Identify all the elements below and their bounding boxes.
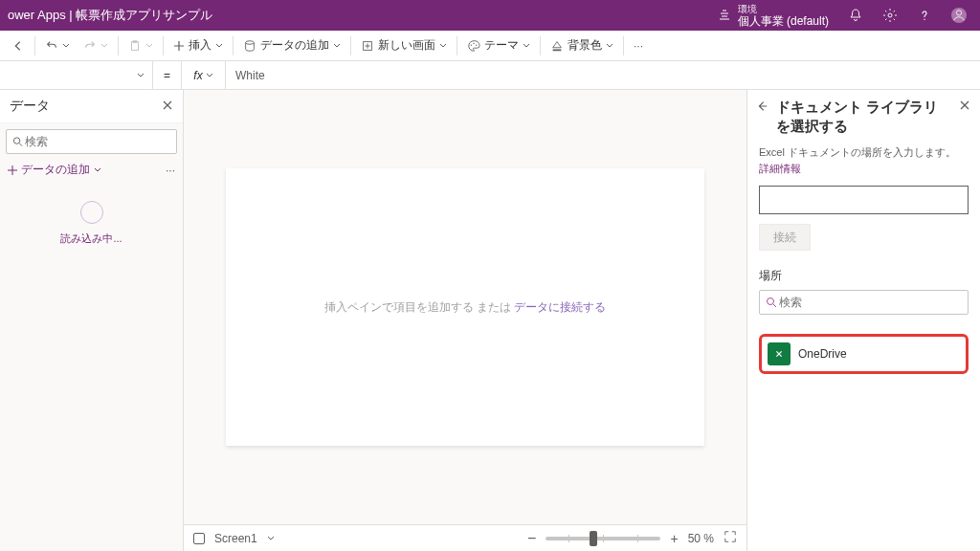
- background-color-label: 背景色: [568, 37, 602, 54]
- onedrive-item[interactable]: OneDrive: [759, 334, 969, 374]
- ribbon: 挿入 データの追加 新しい画面 テーマ 背景色 ···: [0, 31, 980, 61]
- canvas-area: 挿入ペインで項目を追加する または データに接続する Screen1 − + 5…: [184, 90, 746, 551]
- search-icon: [12, 136, 23, 147]
- svg-point-11: [768, 298, 774, 305]
- right-pane-description: Excel ドキュメントの場所を入力します。: [759, 145, 969, 160]
- environment-icon: [717, 8, 732, 23]
- environment-picker[interactable]: 環境 個人事業 (default): [717, 3, 829, 28]
- app-title: ower Apps | 帳票作成アプリサンプル: [8, 7, 212, 24]
- app-header: ower Apps | 帳票作成アプリサンプル 環境 個人事業 (default…: [0, 0, 980, 31]
- onedrive-label: OneDrive: [798, 347, 847, 361]
- zoom-in-button[interactable]: +: [670, 531, 678, 546]
- notifications-icon[interactable]: [848, 8, 863, 23]
- help-icon[interactable]: [917, 8, 932, 23]
- title-separator: |: [66, 8, 77, 22]
- svg-point-7: [473, 42, 474, 43]
- data-search-field[interactable]: [23, 134, 170, 149]
- new-screen-label: 新しい画面: [378, 37, 435, 54]
- svg-point-8: [476, 44, 477, 45]
- product-name: ower Apps: [8, 8, 66, 22]
- svg-rect-9: [553, 49, 562, 51]
- location-search-field[interactable]: [777, 295, 962, 310]
- location-label: 場所: [759, 268, 969, 284]
- zoom-out-button[interactable]: −: [527, 530, 536, 547]
- add-data-label: データの追加: [260, 37, 329, 54]
- svg-point-6: [471, 44, 472, 45]
- paste-button[interactable]: [122, 33, 159, 59]
- formula-bar: = fx White: [0, 61, 980, 90]
- equals-label: =: [153, 61, 182, 89]
- environment-name: 個人事業 (default): [738, 15, 829, 28]
- zoom-slider[interactable]: [546, 537, 660, 540]
- add-data-menu[interactable]: データの追加: [237, 33, 346, 59]
- document-library-pane: ドキュメント ライブラリ を選択する Excel ドキュメントの場所を入力します…: [746, 90, 980, 551]
- screen-dropdown-icon[interactable]: [267, 535, 275, 542]
- svg-point-0: [888, 13, 892, 17]
- undo-button[interactable]: [39, 33, 76, 59]
- redo-button[interactable]: [78, 33, 114, 59]
- data-pane: データ データの追加 ··· 読み込み中...: [0, 90, 184, 551]
- background-color-menu[interactable]: 背景色: [545, 33, 619, 59]
- canvas-footer: Screen1 − + 50 %: [184, 524, 746, 551]
- fx-label: fx: [193, 69, 202, 82]
- account-avatar[interactable]: [951, 8, 967, 23]
- new-screen-menu[interactable]: 新しい画面: [355, 33, 453, 59]
- data-search-input[interactable]: [6, 129, 177, 154]
- document-location-input[interactable]: [759, 186, 969, 214]
- location-search-input[interactable]: [759, 290, 969, 315]
- fit-screen-icon[interactable]: [724, 530, 737, 546]
- ribbon-overflow[interactable]: ···: [628, 33, 649, 59]
- zoom-value: 50: [688, 532, 701, 545]
- more-icon[interactable]: ···: [166, 164, 175, 177]
- zoom-suffix: %: [701, 532, 714, 545]
- excel-icon: [768, 342, 791, 365]
- screen-checkbox[interactable]: [193, 533, 205, 544]
- back-button[interactable]: [6, 33, 31, 59]
- theme-menu[interactable]: テーマ: [461, 33, 536, 59]
- screen-artboard[interactable]: 挿入ペインで項目を追加する または データに接続する: [226, 168, 704, 446]
- right-pane-title: ドキュメント ライブラリ を選択する: [772, 98, 955, 136]
- svg-point-10: [13, 138, 19, 143]
- loading-spinner-icon: [80, 201, 103, 224]
- formula-input[interactable]: White: [226, 61, 980, 89]
- insert-menu[interactable]: 挿入: [167, 33, 229, 59]
- close-icon[interactable]: [955, 98, 970, 114]
- canvas-placeholder: 挿入ペインで項目を追加する または データに接続する: [324, 299, 607, 316]
- property-selector[interactable]: [0, 61, 153, 89]
- connect-data-link[interactable]: データに接続する: [514, 300, 606, 314]
- svg-point-1: [956, 11, 961, 15]
- screen-name-label[interactable]: Screen1: [214, 532, 257, 545]
- svg-point-4: [246, 40, 255, 44]
- environment-label: 環境: [738, 3, 829, 15]
- loading-label: 読み込み中...: [60, 231, 122, 246]
- settings-icon[interactable]: [882, 8, 898, 23]
- data-pane-title: データ: [10, 98, 50, 115]
- more-info-link[interactable]: 詳細情報: [759, 162, 801, 176]
- search-icon: [766, 297, 777, 308]
- add-data-pane-label: データの追加: [21, 162, 90, 178]
- app-file-name: 帳票作成アプリサンプル: [76, 8, 212, 22]
- placeholder-text: 挿入ペインで項目を追加する または: [324, 300, 515, 314]
- fx-button[interactable]: fx: [182, 61, 226, 89]
- add-data-button[interactable]: データの追加 ···: [0, 158, 183, 184]
- close-icon[interactable]: [162, 99, 173, 114]
- connect-button[interactable]: 接続: [759, 224, 811, 251]
- plus-icon: [8, 165, 17, 175]
- insert-label: 挿入: [189, 37, 212, 54]
- back-arrow-icon[interactable]: [755, 98, 772, 116]
- theme-label: テーマ: [484, 37, 519, 54]
